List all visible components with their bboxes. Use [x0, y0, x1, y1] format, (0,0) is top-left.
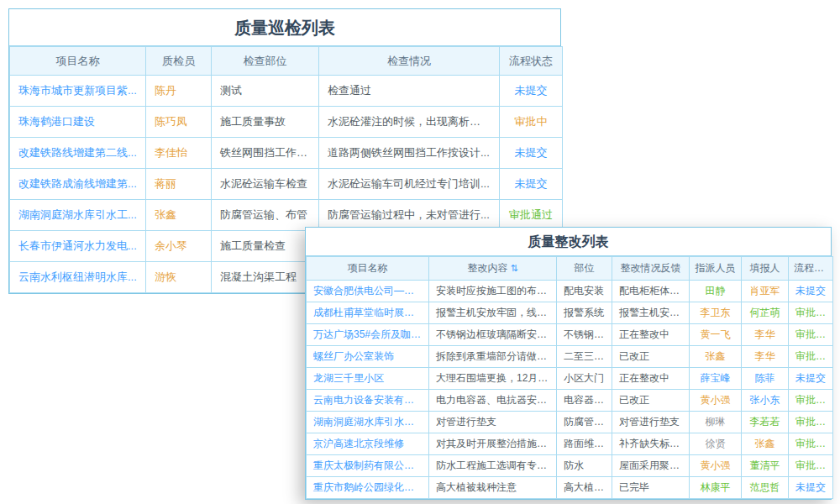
rectification-table-row[interactable]: 重庆太极制药有限公司亳州中... 防水工程施工选调有专业资质... 防水 屋面采…	[307, 455, 833, 477]
col-header-project: 项目名称	[307, 257, 429, 281]
sort-icon[interactable]: ⇅	[510, 263, 517, 273]
status-badge: 未提交	[500, 138, 563, 169]
inspection-panel-title: 质量巡检列表	[9, 9, 560, 46]
col-header-status: 流程状态	[789, 257, 833, 281]
inspection-table-row[interactable]: 珠海市城市更新项目紫... 陈丹 测试 检查通过 未提交	[10, 76, 563, 107]
status-badge: 未提交	[789, 281, 833, 302]
rectification-table-row[interactable]: 万达广场35#会所及咖啡厅空... 不锈钢边框玻璃隔断安装不牢... 不锈钢安装…	[307, 324, 833, 346]
project-name-link[interactable]: 云南水利枢纽潜明水库...	[10, 262, 146, 293]
col-header-project: 项目名称	[10, 47, 146, 76]
rectify-content: 拆除到承重墙部分请做好加固...	[429, 346, 557, 368]
project-name-link[interactable]: 湖南洞庭湖水库引水工...	[10, 200, 146, 231]
rectification-table: 项目名称 整改内容⇅ 部位 整改情况反馈 指派人员 填报人 流程状态 安徽合肥供…	[306, 256, 833, 499]
assignee-name: 黄一飞	[690, 324, 742, 346]
rectify-part: 防水	[557, 455, 612, 477]
inspection-part: 铁丝网围挡工作检查	[212, 138, 319, 169]
rectify-feedback: 已改正	[612, 346, 690, 368]
filler-name: 张鑫	[742, 433, 789, 455]
rectify-content: 对管进行垫支	[429, 412, 557, 433]
filler-name: 张小东	[742, 390, 789, 412]
inspection-part: 施工质量事故	[212, 107, 319, 138]
inspector-name: 余小琴	[146, 231, 212, 262]
assignee-name: 田静	[690, 281, 742, 302]
project-name-link[interactable]: 湖南洞庭湖水库引水工程施工标	[307, 412, 429, 433]
inspection-situation: 检查通过	[319, 76, 500, 107]
inspection-table-row[interactable]: 珠海鹤港口建设 陈巧凤 施工质量事故 水泥砼灌注的时候，出现离析现象 审批中	[10, 107, 563, 138]
status-badge: 审批通过	[789, 390, 833, 412]
rectify-content: 安装时应按施工图的布置，将...	[429, 281, 557, 302]
rectification-table-row[interactable]: 京沪高速北京段维修 对其及时开展整治措施，桥头... 路面维修检... 补齐缺失…	[307, 433, 833, 455]
rectify-part: 小区大门	[557, 368, 612, 390]
project-name-link[interactable]: 安徽合肥供电公司—配电设备...	[307, 281, 429, 302]
inspection-table-row[interactable]: 湖南洞庭湖水库引水工... 张鑫 防腐管运输、布管 防腐管运输过程中，未对管进行…	[10, 200, 563, 231]
inspection-part: 测试	[212, 76, 319, 107]
status-badge: 审批中	[500, 107, 563, 138]
inspector-name: 陈丹	[146, 76, 212, 107]
status-badge: 未提交	[789, 368, 833, 390]
inspection-situation: 防腐管运输过程中，未对管进行...	[319, 200, 500, 231]
status-badge: 未提交	[500, 76, 563, 107]
project-name-link[interactable]: 重庆市鹅岭公园绿化景观提升...	[307, 477, 429, 499]
project-name-link[interactable]: 珠海市城市更新项目紫...	[10, 76, 146, 107]
inspection-situation: 道路两侧铁丝网围挡工作按设计...	[319, 138, 500, 169]
rectify-part: 配电安装	[557, 281, 612, 302]
inspector-name: 陈巧凤	[146, 107, 212, 138]
inspection-table-row[interactable]: 改建铁路线增建第二线... 李佳怡 铁丝网围挡工作检查 道路两侧铁丝网围挡工作按…	[10, 138, 563, 169]
filler-name: 何芷萌	[742, 302, 789, 324]
filler-name: 范思哲	[742, 477, 789, 499]
col-header-status: 流程状态	[500, 47, 563, 76]
rectify-part: 报警系统	[557, 302, 612, 324]
project-name-link[interactable]: 成都杜甫草堂临时展厅独立展...	[307, 302, 429, 324]
rectification-table-row[interactable]: 湖南洞庭湖水库引水工程施工标 对管进行垫支 防腐管运输... 对管进行垫支 柳琳…	[307, 412, 833, 433]
filler-name: 李华	[742, 346, 789, 368]
project-name-link[interactable]: 改建铁路线增建第二线...	[10, 138, 146, 169]
status-badge: 审批通过	[789, 433, 833, 455]
inspection-table-row[interactable]: 改建铁路成渝线增建第... 蒋丽 水泥砼运输车检查 水泥砼运输车司机经过专门培训…	[10, 169, 563, 200]
col-header-content[interactable]: 整改内容⇅	[429, 257, 557, 281]
filler-name: 陈菲	[742, 368, 789, 390]
project-name-link[interactable]: 螺丝厂办公室装饰	[307, 346, 429, 368]
rectify-part: 不锈钢安装...	[557, 324, 612, 346]
rectification-table-row[interactable]: 安徽合肥供电公司—配电设备... 安装时应按施工图的布置，将... 配电安装 配…	[307, 281, 833, 302]
rectification-panel: 质量整改列表 项目名称 整改内容⇅ 部位 整改情况反馈 指派人员 填报人 流程状…	[305, 227, 832, 500]
inspection-part: 混凝土沟渠工程	[212, 262, 319, 293]
rectify-content: 电力电容器、电抗器安装方案...	[429, 390, 557, 412]
rectification-header-row: 项目名称 整改内容⇅ 部位 整改情况反馈 指派人员 填报人 流程状态	[307, 257, 833, 281]
rectification-table-row[interactable]: 重庆市鹅岭公园绿化景观提升... 高大植被栽种注意 高大植被栽种 已完毕 林康平…	[307, 477, 833, 499]
rectify-content: 高大植被栽种注意	[429, 477, 557, 499]
rectification-table-row[interactable]: 成都杜甫草堂临时展厅独立展... 报警主机安放牢固，线缆连接... 报警系统 报…	[307, 302, 833, 324]
project-name-link[interactable]: 龙湖三千里小区	[307, 368, 429, 390]
status-badge: 审批通过	[789, 324, 833, 346]
rectify-feedback: 补齐缺失标志...	[612, 433, 690, 455]
rectify-feedback: 已改正	[612, 390, 690, 412]
rectification-table-row[interactable]: 螺丝厂办公室装饰 拆除到承重墙部分请做好加固... 二至三楼混... 已改正 张…	[307, 346, 833, 368]
rectify-feedback: 对管进行垫支	[612, 412, 690, 433]
project-name-link[interactable]: 长春市伊通河水力发电...	[10, 231, 146, 262]
rectification-panel-title: 质量整改列表	[306, 228, 831, 256]
rectification-table-row[interactable]: 云南电力设备安装有限公司20... 电力电容器、电抗器安装方案... 电容器安装…	[307, 390, 833, 412]
status-badge: 审批通过	[789, 455, 833, 477]
assignee-name: 黄小强	[690, 455, 742, 477]
rectify-part: 二至三楼混...	[557, 346, 612, 368]
project-name-link[interactable]: 万达广场35#会所及咖啡厅空...	[307, 324, 429, 346]
assignee-name: 柳琳	[690, 412, 742, 433]
assignee-name: 薛宝峰	[690, 368, 742, 390]
rectification-table-row[interactable]: 龙湖三千里小区 大理石围墙更换，12月31日之... 小区大门 正在整改中 薛宝…	[307, 368, 833, 390]
col-header-part: 检查部位	[212, 47, 319, 76]
status-badge: 未提交	[789, 477, 833, 499]
rectify-feedback: 已完毕	[612, 477, 690, 499]
rectify-content: 不锈钢边框玻璃隔断安装不牢...	[429, 324, 557, 346]
rectify-part: 电容器安装...	[557, 390, 612, 412]
col-header-inspector: 质检员	[146, 47, 212, 76]
col-header-feedback: 整改情况反馈	[612, 257, 690, 281]
rectify-content: 报警主机安放牢固，线缆连接...	[429, 302, 557, 324]
status-badge: 审批通过	[500, 200, 563, 231]
filler-name: 李若若	[742, 412, 789, 433]
project-name-link[interactable]: 京沪高速北京段维修	[307, 433, 429, 455]
project-name-link[interactable]: 重庆太极制药有限公司亳州中...	[307, 455, 429, 477]
project-name-link[interactable]: 云南电力设备安装有限公司20...	[307, 390, 429, 412]
rectify-content: 大理石围墙更换，12月31日之...	[429, 368, 557, 390]
status-badge: 未提交	[500, 169, 563, 200]
project-name-link[interactable]: 珠海鹤港口建设	[10, 107, 146, 138]
project-name-link[interactable]: 改建铁路成渝线增建第...	[10, 169, 146, 200]
